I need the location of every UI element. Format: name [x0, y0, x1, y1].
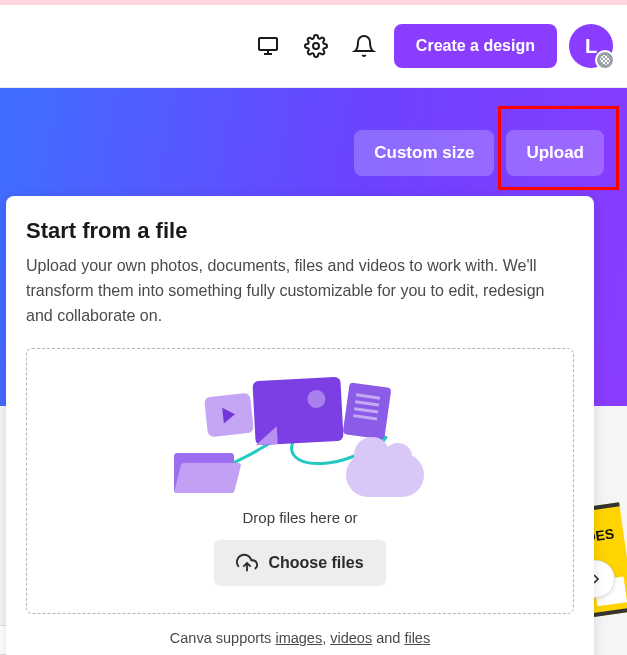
videos-link[interactable]: videos: [330, 630, 372, 646]
choose-files-label: Choose files: [268, 554, 363, 572]
file-drop-zone[interactable]: Drop files here or Choose files: [26, 348, 574, 614]
svg-point-3: [313, 43, 319, 49]
avatar-initial: L: [585, 35, 597, 58]
display-icon[interactable]: [250, 28, 286, 64]
choose-files-button[interactable]: Choose files: [214, 540, 385, 586]
bell-icon[interactable]: [346, 28, 382, 64]
files-link[interactable]: files: [404, 630, 430, 646]
create-design-button[interactable]: Create a design: [394, 24, 557, 68]
upload-illustration: [170, 369, 430, 499]
gear-icon[interactable]: [298, 28, 334, 64]
topbar: Create a design L: [0, 5, 627, 88]
panel-description: Upload your own photos, documents, files…: [26, 254, 574, 328]
upload-cloud-icon: [236, 552, 258, 574]
svg-rect-0: [259, 38, 277, 50]
drop-hint-text: Drop files here or: [242, 509, 357, 526]
start-from-file-panel: Start from a file Upload your own photos…: [6, 196, 594, 655]
annotation-highlight: [498, 106, 619, 190]
avatar[interactable]: L: [569, 24, 613, 68]
panel-title: Start from a file: [26, 218, 574, 244]
custom-size-button[interactable]: Custom size: [354, 130, 494, 176]
support-line: Canva supports images, videos and files: [26, 630, 574, 646]
avatar-badge-icon: [595, 50, 615, 70]
images-link[interactable]: images: [275, 630, 322, 646]
